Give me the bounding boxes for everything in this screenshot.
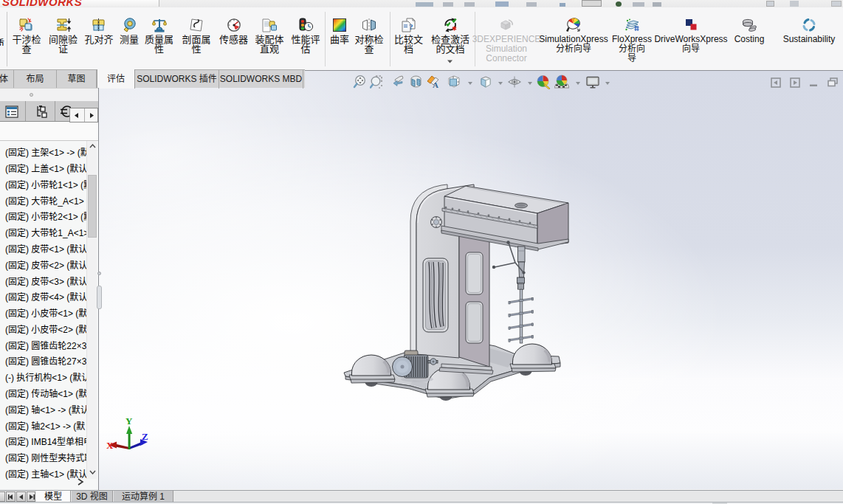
- svg-text:Y: Y: [125, 416, 133, 427]
- svg-text:X: X: [106, 440, 114, 451]
- svg-text:A: A: [433, 80, 438, 89]
- svg-text:?: ?: [409, 22, 413, 31]
- svg-text:Z: Z: [142, 431, 148, 442]
